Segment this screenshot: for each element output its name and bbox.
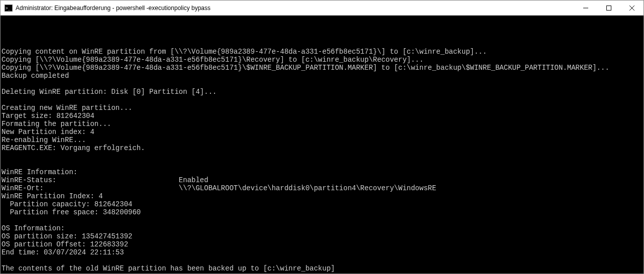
- terminal-line: Partition free space: 348200960: [2, 208, 642, 216]
- terminal-line: [2, 32, 642, 40]
- minimize-button[interactable]: [574, 1, 597, 15]
- svg-rect-3: [607, 6, 611, 10]
- terminal-line: Creating new WinRE partition...: [2, 104, 642, 112]
- terminal-line: Formating the partition...: [2, 120, 642, 128]
- command-prompt-window: >_ Administrator: Eingabeaufforderung - …: [0, 0, 644, 274]
- terminal-line: [2, 256, 642, 264]
- terminal-line: New Partition index: 4: [2, 128, 642, 136]
- terminal-line: End time: 03/07/2024 22:11:53: [2, 248, 642, 256]
- terminal-line: Backup completed: [2, 72, 642, 80]
- terminal-line: [2, 160, 642, 168]
- terminal-output[interactable]: Copying content on WinRE partition from …: [1, 16, 643, 273]
- terminal-line: [2, 152, 642, 160]
- terminal-line: OS Information:: [2, 224, 642, 232]
- terminal-line: REAGENTC.EXE: Vorgang erfolgreich.: [2, 144, 642, 152]
- terminal-line: Copying [\\?\Volume{989a2389-477e-48da-a…: [2, 64, 642, 72]
- titlebar[interactable]: >_ Administrator: Eingabeaufforderung - …: [1, 1, 643, 16]
- window-title: Administrator: Eingabeaufforderung - pow…: [16, 5, 574, 12]
- window-controls: [574, 1, 643, 15]
- terminal-line: Copying [\\?\Volume{989a2389-477e-48da-a…: [2, 56, 642, 64]
- terminal-line: Deleting WinRE partition: Disk [0] Parti…: [2, 88, 642, 96]
- terminal-line: [2, 96, 642, 104]
- terminal-line: OS partition size: 135427451392: [2, 232, 642, 240]
- terminal-line: WinRE-Status: Enabled: [2, 176, 642, 184]
- terminal-line: Copying content on WinRE partition from …: [2, 48, 642, 56]
- terminal-line: WinRE-Ort: \\?\GLOBALROOT\device\harddis…: [2, 184, 642, 192]
- terminal-line: [2, 272, 642, 273]
- terminal-line: [2, 216, 642, 224]
- terminal-line: Partition capacity: 812642304: [2, 200, 642, 208]
- terminal-line: WinRE Information:: [2, 168, 642, 176]
- terminal-line: OS partition Offset: 122683392: [2, 240, 642, 248]
- terminal-line: [2, 40, 642, 48]
- terminal-line: The contents of the old WinRE partition …: [2, 264, 642, 272]
- terminal-line: [2, 80, 642, 88]
- terminal-line: WinRE Partition Index: 4: [2, 192, 642, 200]
- svg-text:>_: >_: [6, 6, 11, 11]
- terminal-line: Re-enabling WinRE...: [2, 136, 642, 144]
- close-button[interactable]: [620, 1, 643, 15]
- terminal-line: Target size: 812642304: [2, 112, 642, 120]
- cmd-icon: >_: [5, 4, 13, 12]
- maximize-button[interactable]: [597, 1, 620, 15]
